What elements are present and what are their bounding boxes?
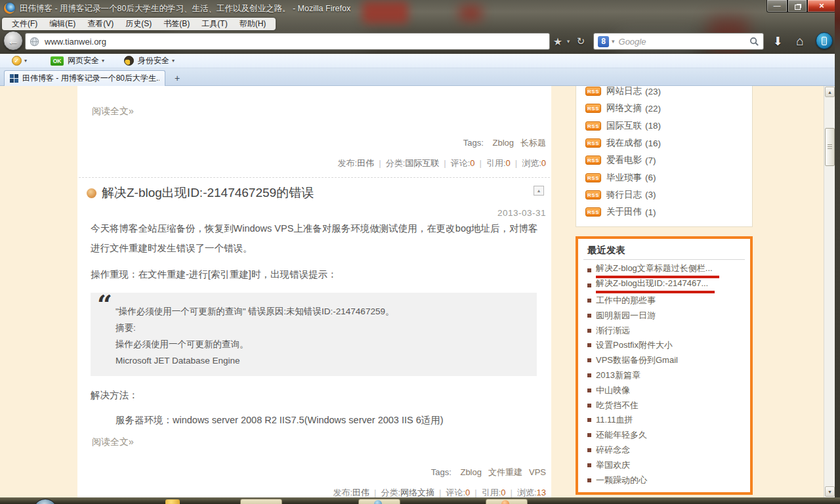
recent-post-item[interactable]: 一颗躁动的心 xyxy=(587,472,746,488)
rss-icon[interactable]: RSS xyxy=(585,207,601,217)
recent-post-item[interactable]: 11.11血拼 xyxy=(587,413,746,428)
menu-item[interactable]: 历史(S) xyxy=(119,17,158,31)
category-label[interactable]: 网络文摘 xyxy=(606,102,642,114)
recent-post-item[interactable]: 吃货挡不住 xyxy=(587,398,746,413)
rss-icon[interactable]: RSS xyxy=(585,173,601,182)
reload-icon[interactable]: ↻ xyxy=(574,33,588,50)
recent-post-item[interactable]: 还能年轻多久 xyxy=(587,428,746,443)
recent-post-link[interactable]: 吃货挡不住 xyxy=(596,400,639,411)
scroll-down-icon[interactable]: ▼ xyxy=(825,486,835,497)
taskbar-icon[interactable] xyxy=(165,499,180,504)
recent-post-item[interactable]: 碎碎念念 xyxy=(587,443,746,458)
new-tab-button[interactable]: + xyxy=(169,72,185,85)
recent-post-link[interactable]: 工作中的那些事 xyxy=(596,295,656,306)
recent-post-link[interactable]: 设置Postfix附件大小 xyxy=(596,339,673,351)
search-box[interactable]: 8 ▾ Google xyxy=(593,33,764,50)
downloads-icon[interactable]: ⬇ xyxy=(768,33,788,50)
web-safety-button[interactable]: OK 网页安全 ▾ xyxy=(30,55,107,66)
category-label[interactable]: 骑行日志 xyxy=(606,189,642,201)
category-label[interactable]: 关于田伟 xyxy=(606,206,642,218)
bookmark-caret-icon[interactable]: ▾ xyxy=(564,33,572,50)
search-icon[interactable] xyxy=(749,37,759,47)
menu-item[interactable]: 编辑(E) xyxy=(43,17,81,31)
tag-link[interactable]: Zblog xyxy=(492,138,514,148)
recent-post-link[interactable]: 碎碎念念 xyxy=(596,444,630,456)
recent-post-item[interactable]: 设置Postfix附件大小 xyxy=(587,338,746,353)
tag-link[interactable]: 文件重建 xyxy=(488,467,522,477)
recent-post-link[interactable]: 一颗躁动的心 xyxy=(596,474,647,486)
close-button[interactable]: × xyxy=(807,0,836,12)
category-label[interactable]: 国际互联 xyxy=(606,120,642,132)
back-button[interactable]: ← xyxy=(3,31,23,51)
url-text[interactable]: www.tianwei.org xyxy=(45,37,106,47)
category-item[interactable]: RSS 毕业琐事 (6) xyxy=(585,169,747,186)
recent-post-link[interactable]: 中山映像 xyxy=(596,385,630,396)
menu-item[interactable]: 帮助(H) xyxy=(234,17,272,31)
collapse-icon[interactable]: ▴ xyxy=(534,186,544,196)
recent-post-item[interactable]: 工作中的那些事 xyxy=(587,293,746,308)
recent-post-item[interactable]: 解决Z-blog出现ID:-2147467... xyxy=(587,278,746,293)
category-label[interactable]: 毕业琐事 xyxy=(606,172,642,184)
home-icon[interactable]: ⌂ xyxy=(790,33,810,50)
scrollbar-thumb[interactable] xyxy=(825,128,835,166)
recent-post-link[interactable]: 还能年轻多久 xyxy=(596,429,647,441)
category-item[interactable]: RSS 骑行日志 (3) xyxy=(585,186,747,203)
mobile-sync-icon[interactable] xyxy=(816,32,833,49)
recent-post-link[interactable]: 渐行渐远 xyxy=(596,325,630,337)
tag-link[interactable]: 长标题 xyxy=(520,138,546,148)
category-label[interactable]: 我在成都 xyxy=(606,137,642,149)
category-label[interactable]: 爱看电影 xyxy=(606,154,642,166)
recent-post-link[interactable]: 举国欢庆 xyxy=(596,459,630,471)
taskbar-app-icon[interactable] xyxy=(501,500,509,504)
recent-post-link[interactable]: VPS数据备份到Gmail xyxy=(596,354,678,366)
recent-post-link[interactable]: 解决Z-blog文章标题过长侧栏... xyxy=(596,262,719,278)
category-item[interactable]: RSS 我在成都 (16) xyxy=(585,135,747,152)
taskbar-button[interactable] xyxy=(240,499,282,504)
recent-post-item[interactable]: 解决Z-blog文章标题过长侧栏... xyxy=(587,263,746,278)
category-item[interactable]: RSS 网络文摘 (22) xyxy=(585,100,747,117)
recent-post-item[interactable]: VPS数据备份到Gmail xyxy=(587,353,746,368)
url-bar[interactable]: www.tianwei.org xyxy=(25,33,550,50)
recent-post-link[interactable]: 解决Z-blog出现ID:-2147467... xyxy=(596,278,715,293)
tag-link[interactable]: VPS xyxy=(529,467,546,477)
google-engine-icon[interactable]: 8 xyxy=(598,36,609,47)
menu-item[interactable]: 文件(F) xyxy=(6,17,43,31)
read-more-link[interactable]: 阅读全文» xyxy=(92,436,134,448)
vertical-scrollbar[interactable]: ▲ ▼ xyxy=(824,86,835,497)
category-item[interactable]: RSS 国际互联 (18) xyxy=(585,117,747,135)
category-item[interactable]: RSS 网站日志 (23) xyxy=(585,86,747,100)
rss-icon[interactable]: RSS xyxy=(585,156,601,165)
start-orb-icon[interactable] xyxy=(34,499,56,504)
post-title[interactable]: 解决Z-blog出现ID:-2147467259的错误 xyxy=(102,184,314,201)
rss-icon[interactable]: RSS xyxy=(585,104,601,113)
search-engine-caret-icon[interactable]: ▾ xyxy=(612,38,615,45)
taskbar-app-icon[interactable] xyxy=(374,500,382,504)
menu-item[interactable]: 书签(B) xyxy=(158,17,196,31)
tab-tianwei-blog[interactable]: 田伟博客 - 用博客记录一个80后大学生... xyxy=(4,70,165,86)
rss-icon[interactable]: RSS xyxy=(585,87,601,96)
minimize-button[interactable]: — xyxy=(766,0,788,12)
menu-item[interactable]: 工具(T) xyxy=(196,17,233,31)
tag-link[interactable]: Zblog xyxy=(460,467,482,477)
bookmark-star-icon[interactable]: ★ xyxy=(551,33,564,50)
scroll-up-icon[interactable]: ▲ xyxy=(825,87,835,97)
rss-icon[interactable]: RSS xyxy=(585,121,601,131)
search-placeholder[interactable]: Google xyxy=(619,37,749,47)
recent-post-item[interactable]: 渐行渐远 xyxy=(587,323,746,338)
recent-post-item[interactable]: 中山映像 xyxy=(587,383,746,398)
identity-safety-button[interactable]: 身份安全 ▾ xyxy=(107,55,177,66)
site-check-button[interactable]: ✓ ▾ xyxy=(0,56,30,66)
recent-post-link[interactable]: 11.11血拼 xyxy=(596,414,633,426)
recent-post-item[interactable]: 圆明新园一日游 xyxy=(587,308,746,323)
recent-post-link[interactable]: 圆明新园一日游 xyxy=(596,310,656,322)
recent-post-link[interactable]: 2013新篇章 xyxy=(596,369,640,381)
recent-post-item[interactable]: 2013新篇章 xyxy=(587,368,746,383)
read-more-link[interactable]: 阅读全文» xyxy=(92,106,134,117)
rss-icon[interactable]: RSS xyxy=(585,190,601,200)
category-label[interactable]: 网站日志 xyxy=(606,86,642,97)
menu-item[interactable]: 查看(V) xyxy=(81,17,119,31)
category-item[interactable]: RSS 关于田伟 (1) xyxy=(585,203,747,220)
rss-icon[interactable]: RSS xyxy=(585,138,601,148)
recent-post-item[interactable]: 举国欢庆 xyxy=(587,457,746,472)
restore-button[interactable] xyxy=(788,0,807,12)
